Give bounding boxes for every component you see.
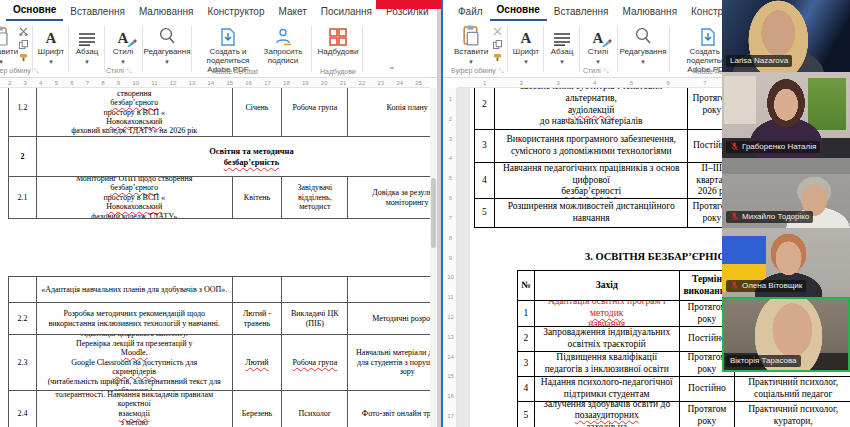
chevron-down-icon: ▾: [596, 58, 600, 66]
text-run: забезпечення субтитрів і текстових альте…: [498, 88, 684, 105]
participant-tile[interactable]: Вікторія Тарасова: [722, 297, 850, 372]
table-cell: Завідувачі відділень, методист: [282, 177, 348, 219]
paste-button[interactable]: Вставити ▾: [0, 24, 18, 65]
font-button[interactable]: А Шрифт ▾: [36, 24, 66, 65]
table-cell: Методичні розробки: [348, 303, 430, 335]
editing-button[interactable]: Редагування ▾: [621, 24, 665, 65]
participant-tile[interactable]: Граборенко Наталія: [722, 72, 850, 158]
table-cell: Протягом року: [680, 402, 736, 427]
cut-icon[interactable]: [19, 27, 28, 36]
text-run: Moodle,: [121, 348, 148, 357]
chevron-down-icon: ▾: [165, 58, 169, 66]
clipboard-mini-buttons: [19, 27, 28, 62]
ruler-number: 7: [703, 80, 706, 86]
tab-Посилання[interactable]: Посилання: [314, 3, 379, 21]
vertical-scrollbar[interactable]: [430, 88, 437, 427]
ruler-number: 4: [593, 80, 596, 86]
paste-icon: [0, 24, 10, 46]
ruler-number: 16: [245, 80, 252, 86]
table-cell: [233, 277, 283, 303]
table-cell: Використання програмного забезпечення, с…: [495, 130, 688, 163]
ruler-number: 12: [170, 80, 177, 86]
table-cell: Січень: [233, 88, 283, 137]
styles-button[interactable]: А Стилі ▾: [583, 24, 613, 65]
tab-Файл[interactable]: Файл: [451, 3, 490, 21]
adobe-pdf-button[interactable]: Создать и поделиться Adobe PDF: [196, 24, 260, 74]
table-cell: 2: [9, 137, 37, 177]
tab-Основне[interactable]: Основне: [6, 1, 63, 21]
tab-Малювання[interactable]: Малювання: [132, 3, 201, 21]
document-area-left[interactable]: 1.2затвердження внутрішнього плану робот…: [0, 88, 430, 427]
group-label-clipboard: Буфер обміну⤡: [0, 67, 39, 75]
participant-tile[interactable]: Олена Вітовщик: [722, 228, 850, 297]
paste-button[interactable]: Вставити ▾: [453, 24, 489, 65]
table-cell: Підвищення кваліфікації педагогів з інкл…: [535, 352, 680, 377]
ruler-number: 1: [449, 96, 452, 102]
editing-label: Редагування: [619, 48, 666, 57]
participant-name: Larisa Nazarova: [730, 56, 788, 65]
ruler-number: 6: [666, 80, 669, 86]
copy-icon[interactable]: [19, 40, 28, 49]
participant-tile[interactable]: Михайло Тодоріко: [722, 158, 850, 228]
table-cell: 2.1: [9, 177, 37, 219]
table-cell: [348, 277, 430, 303]
dialog-launcher-icon: ⤡: [604, 68, 609, 74]
cut-icon[interactable]: [493, 27, 502, 36]
tab-Вставлення[interactable]: Вставлення: [547, 3, 616, 21]
collapse-ribbon-icon[interactable]: ⌄: [388, 61, 396, 71]
red-status-bar[interactable]: [376, 0, 443, 9]
horizontal-ruler: 2345678910111213141516171819202122232425: [0, 78, 430, 88]
ruler-number: 14: [447, 354, 454, 360]
tab-Вставлення[interactable]: Вставлення: [63, 3, 132, 21]
participant-tile[interactable]: Larisa Nazarova: [722, 0, 850, 72]
tab-Малювання[interactable]: Малювання: [615, 3, 684, 21]
table-cell: «Адаптація навчальних планів для здобува…: [37, 277, 233, 303]
paragraph-button[interactable]: Абзац ▾: [547, 24, 577, 65]
format-painter-icon[interactable]: [19, 53, 28, 62]
table-row: 5Залучення здобувачів освіти до позаауди…: [518, 402, 850, 427]
ruler-number: 8: [101, 80, 104, 86]
styles-button[interactable]: А Стилі ▾: [108, 24, 138, 65]
participant-name-label: Михайло Тодоріко: [726, 211, 813, 223]
table-cell: 4: [518, 377, 535, 402]
tab-Основне[interactable]: Основне: [490, 1, 547, 21]
ruler-number: 2: [449, 116, 452, 122]
chevron-down-icon: ▾: [85, 58, 89, 66]
table-row: 2.3Адаптація цифрового контенту. Перевір…: [9, 335, 430, 391]
paragraph-button[interactable]: Абзац ▾: [72, 24, 102, 65]
ruler-number: 11: [447, 294, 453, 300]
addins-button[interactable]: Надбудови: [318, 24, 358, 57]
copy-icon[interactable]: [493, 40, 502, 49]
table-cell: Моніторинг ОПП щодо створення безбар’єрн…: [37, 177, 233, 219]
paste-icon: [462, 24, 481, 46]
table-cell: [282, 277, 348, 303]
ruler-number: 14: [207, 80, 214, 86]
ruler-number: 13: [189, 80, 196, 86]
tab-Конструктор[interactable]: Конструктор: [200, 3, 271, 21]
ruler-number: 17: [264, 80, 271, 86]
muted-mic-icon: [730, 212, 739, 221]
addins-grid-icon: [329, 24, 347, 46]
page-margin: [457, 88, 470, 427]
ruler-number: 11: [151, 80, 157, 86]
table-cell: Постійно: [680, 377, 736, 402]
tab-Макет[interactable]: Макет: [271, 3, 313, 21]
ruler-number: 8: [449, 235, 452, 241]
table-cell: Квітень: [233, 177, 283, 219]
adobe-pdf-icon: [220, 24, 236, 46]
ruler-number: 3: [449, 136, 452, 142]
group-label-clipboard: Буфер обміну⤡: [451, 67, 504, 75]
ribbon-tab-bar: ОсновнеВставленняМалюванняКонструкторМак…: [0, 0, 437, 21]
font-button[interactable]: А Шрифт ▾: [511, 24, 541, 65]
muted-mic-icon: [730, 281, 739, 290]
editing-button[interactable]: Редагування ▾: [146, 24, 188, 65]
chevron-down-icon: ▾: [524, 58, 528, 66]
format-painter-icon[interactable]: [493, 53, 502, 62]
text-run: Навчання педагогічних працівників з осно…: [498, 163, 684, 186]
text-run: затвердження внутрішнього плану роботи щ…: [40, 88, 229, 98]
request-signatures-button[interactable]: Запросить подписи: [262, 24, 304, 66]
ruler-number: 16: [447, 393, 454, 399]
table-cell: Адаптація освітніх програм і методик нав…: [535, 301, 680, 327]
ruler-number: 7: [449, 215, 452, 221]
ruler-number: 3: [556, 80, 559, 86]
